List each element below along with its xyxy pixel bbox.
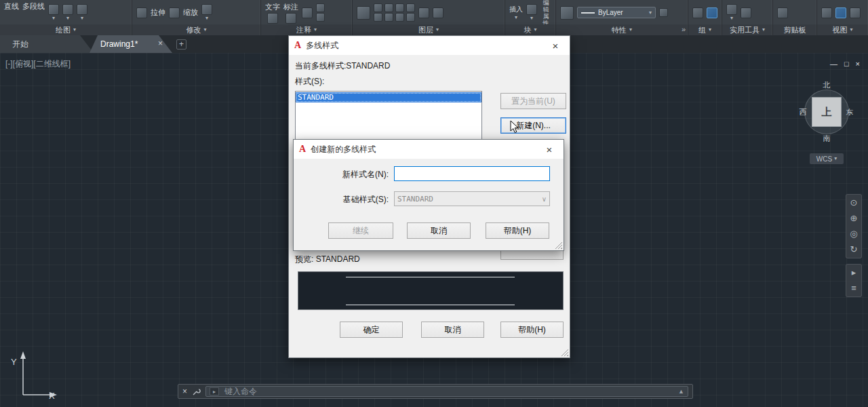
annotation-scale-buttons[interactable] bbox=[316, 3, 325, 22]
quick-select-icon[interactable] bbox=[741, 7, 751, 18]
groups-panel-label[interactable]: 组▾ bbox=[688, 24, 722, 35]
command-close-icon[interactable]: × bbox=[182, 387, 187, 396]
restore-icon[interactable]: □ bbox=[844, 60, 849, 68]
command-input[interactable]: ▸ 键入命令 ▲ bbox=[205, 386, 688, 397]
group-icon[interactable] bbox=[692, 7, 703, 18]
resize-grip[interactable] bbox=[561, 349, 568, 356]
layer-previous-icon[interactable] bbox=[433, 7, 443, 18]
continue-button[interactable]: 继续 bbox=[328, 222, 393, 239]
autocad-logo-icon: A bbox=[294, 40, 301, 51]
file-tab-drawing1[interactable]: Drawing1* × bbox=[90, 35, 172, 53]
text-tool-button[interactable]: 文字 bbox=[265, 2, 280, 24]
object-color-dropdown[interactable]: ByLayer ▾ bbox=[577, 7, 656, 18]
layer-properties-icon[interactable] bbox=[357, 6, 370, 20]
properties-panel-label[interactable]: 特性▾ » bbox=[556, 24, 688, 35]
close-icon[interactable]: × bbox=[540, 144, 558, 155]
clipboard-panel-label[interactable]: 剪贴板 bbox=[773, 24, 816, 35]
layers-panel-label[interactable]: 图层▾ bbox=[353, 24, 505, 35]
properties-palette-icon[interactable] bbox=[659, 8, 668, 17]
ribbon-panel-properties: ByLayer ▾ 特性▾ » bbox=[556, 0, 688, 35]
drawing-window-buttons: — □ × bbox=[830, 60, 860, 68]
new-tab-button[interactable]: + bbox=[176, 39, 186, 50]
line-tool-button[interactable]: 直线 bbox=[4, 1, 19, 12]
view-panel-label[interactable]: 视图▾ bbox=[817, 24, 868, 35]
set-current-button[interactable]: 置为当前(U) bbox=[500, 93, 566, 109]
leader-icon[interactable] bbox=[302, 7, 313, 18]
style-list-item-standard[interactable]: STANDARD bbox=[296, 92, 481, 102]
measure-dropdown[interactable]: ▾ bbox=[726, 4, 737, 21]
stretch-icon[interactable] bbox=[136, 7, 147, 18]
ribbon-panel-block: 插入▾ ▾ 编辑属性 块▾ bbox=[505, 0, 556, 35]
layer-thaw-icon[interactable] bbox=[395, 13, 404, 22]
command-expand-icon[interactable]: ▲ bbox=[678, 388, 684, 395]
close-icon[interactable]: × bbox=[547, 40, 564, 52]
layer-lock-icon[interactable] bbox=[406, 3, 415, 12]
cancel-button[interactable]: 取消 bbox=[421, 322, 484, 338]
customize-wrench-icon[interactable] bbox=[192, 387, 201, 396]
stretch-tool-label[interactable]: 拉伸 bbox=[151, 7, 165, 18]
rectangle-tool-dropdown[interactable]: ▾ bbox=[77, 4, 87, 21]
ribbon-panel-view: 视图▾ bbox=[817, 0, 868, 35]
viewport-config-icon[interactable] bbox=[835, 7, 846, 18]
viewcube-top-face[interactable]: 上 bbox=[812, 97, 842, 127]
block-panel-label[interactable]: 块▾ bbox=[505, 24, 555, 35]
modify-panel-label[interactable]: 修改▾ bbox=[132, 24, 260, 35]
utilities-panel-label[interactable]: 实用工具▾ bbox=[722, 24, 772, 35]
viewcube-east[interactable]: 东 bbox=[844, 107, 855, 117]
cancel-button[interactable]: 取消 bbox=[407, 222, 471, 239]
file-tab-start[interactable]: 开始 bbox=[0, 35, 94, 53]
minimize-icon[interactable]: — bbox=[830, 60, 837, 68]
named-views-icon[interactable] bbox=[850, 7, 861, 18]
dimension-tool-button[interactable]: 标注 bbox=[283, 2, 298, 24]
help-button[interactable]: 帮助(H) bbox=[500, 322, 564, 338]
multiline-style-titlebar[interactable]: A 多线样式 × bbox=[289, 36, 570, 55]
create-block-dropdown[interactable]: ▾ bbox=[526, 4, 537, 21]
layer-freeze-icon[interactable] bbox=[395, 3, 404, 12]
base-style-dropdown[interactable]: STANDARD ∨ bbox=[394, 191, 550, 206]
viewport-controls[interactable]: [-][俯视][二维线框] bbox=[5, 58, 71, 70]
steering-wheel-icon[interactable]: ⊙ bbox=[850, 198, 858, 208]
layer-isolate-icon[interactable] bbox=[384, 3, 393, 12]
insert-block-button[interactable]: 插入▾ bbox=[509, 5, 523, 20]
polyline-tool-button[interactable]: 多段线 bbox=[22, 1, 45, 12]
match-properties-icon[interactable] bbox=[560, 6, 574, 20]
base-view-icon[interactable] bbox=[821, 7, 832, 18]
pan-icon[interactable]: ⊕ bbox=[850, 214, 858, 223]
help-button[interactable]: 帮助(H) bbox=[486, 222, 549, 239]
annotation-scale-icon-2 bbox=[316, 13, 325, 22]
layer-unlock-icon[interactable] bbox=[406, 13, 415, 22]
wcs-menu[interactable]: WCS▾ bbox=[810, 153, 844, 164]
recent-commands-icon[interactable]: ▸ bbox=[210, 387, 219, 395]
tab-close-icon[interactable]: × bbox=[158, 39, 163, 48]
paste-icon[interactable] bbox=[777, 7, 788, 18]
ungroup-icon[interactable] bbox=[707, 7, 717, 18]
dimension-icon bbox=[285, 13, 296, 24]
layer-unisolate-icon[interactable] bbox=[384, 13, 393, 22]
close-icon[interactable]: × bbox=[856, 60, 860, 68]
navbar-menu-icon[interactable]: ≡ bbox=[851, 284, 856, 293]
annotate-panel-label[interactable]: 注释▾ bbox=[261, 24, 352, 35]
viewcube[interactable]: 北 南 西 东 上 WCS▾ bbox=[799, 80, 856, 168]
ok-button[interactable]: 确定 bbox=[340, 322, 403, 338]
viewcube-north[interactable]: 北 bbox=[821, 80, 832, 90]
showmotion-icon[interactable]: ▸ bbox=[852, 268, 856, 277]
array-tool-dropdown[interactable]: ▾ bbox=[201, 4, 212, 21]
arc-tool-dropdown[interactable]: ▾ bbox=[62, 4, 73, 21]
layer-off-icon[interactable] bbox=[374, 3, 382, 12]
edit-attributes-button[interactable]: 编辑属性 bbox=[540, 0, 551, 24]
zoom-icon[interactable]: ◎ bbox=[850, 229, 857, 239]
viewcube-west[interactable]: 西 bbox=[797, 107, 808, 117]
scale-tool-label[interactable]: 缩放 bbox=[183, 7, 198, 18]
new-style-name-input[interactable] bbox=[394, 166, 550, 181]
resize-grip[interactable] bbox=[555, 241, 562, 249]
create-new-style-titlebar[interactable]: A 创建新的多线样式 × bbox=[294, 140, 564, 159]
layer-match-icon[interactable] bbox=[418, 7, 429, 18]
viewcube-south[interactable]: 南 bbox=[821, 134, 832, 144]
scale-icon[interactable] bbox=[169, 7, 180, 18]
draw-panel-label[interactable]: 绘图▾ bbox=[0, 24, 132, 35]
orbit-icon[interactable]: ↻ bbox=[850, 245, 858, 254]
ribbon-panel-annotate: 文字 标注 注释▾ bbox=[261, 0, 353, 35]
circle-tool-dropdown[interactable]: ▾ bbox=[48, 4, 59, 21]
layer-on-icon[interactable] bbox=[374, 13, 382, 22]
panel-overflow-chevron[interactable]: » bbox=[682, 25, 686, 33]
